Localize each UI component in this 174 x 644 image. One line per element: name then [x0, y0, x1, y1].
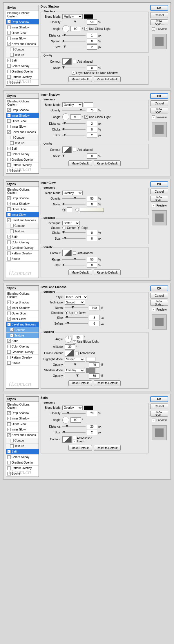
checkbox[interactable]	[7, 466, 11, 470]
checkbox[interactable]	[73, 251, 76, 255]
number-input[interactable]	[70, 417, 81, 423]
slider[interactable]	[62, 412, 86, 415]
radio-center[interactable]	[62, 226, 66, 229]
style-item-inner-glow[interactable]: ✓Inner Glow	[6, 427, 39, 433]
checkbox[interactable]: ✓	[73, 340, 76, 344]
preview-toggle[interactable]: ✓ Preview	[150, 204, 168, 207]
checkbox[interactable]: ✓	[7, 59, 11, 62]
checkbox[interactable]	[7, 75, 11, 79]
checkbox[interactable]	[7, 350, 11, 354]
number-input[interactable]	[89, 321, 99, 326]
checkbox[interactable]	[73, 148, 76, 151]
dropdown[interactable]: Inner Bevel	[65, 295, 88, 299]
number-input[interactable]	[87, 236, 97, 241]
checkbox[interactable]: ✓	[10, 328, 14, 332]
style-item-satin[interactable]: ✓Satin	[6, 146, 39, 151]
checkbox[interactable]	[10, 229, 14, 233]
checkbox[interactable]: ✓	[7, 114, 11, 117]
checkbox[interactable]	[7, 81, 11, 84]
number-input[interactable]	[89, 362, 99, 368]
make-default-button[interactable]: Make Default	[68, 160, 92, 166]
slider[interactable]	[62, 425, 86, 428]
dropdown[interactable]: Screen	[65, 357, 85, 362]
style-item-stroke[interactable]: Stroke	[6, 360, 39, 366]
blending-options[interactable]: Blending Options: Custom	[6, 99, 39, 107]
checkbox[interactable]	[7, 422, 11, 426]
make-default-button[interactable]: Make Default	[68, 445, 92, 451]
style-item-pattern-overlay[interactable]: Pattern Overlay	[6, 466, 39, 471]
color-swatch[interactable]	[84, 406, 93, 410]
dropdown[interactable]: Overlay	[62, 191, 83, 195]
checkbox[interactable]	[7, 361, 11, 365]
checkbox[interactable]	[10, 48, 14, 51]
number-input[interactable]	[87, 424, 97, 429]
number-input[interactable]	[87, 127, 97, 132]
checkbox[interactable]: ✓	[152, 204, 155, 207]
dropdown[interactable]: Overlay	[62, 102, 83, 107]
cancel-button[interactable]: Cancel	[150, 100, 168, 106]
number-input[interactable]	[87, 202, 97, 207]
style-item-stroke[interactable]: Stroke	[6, 168, 39, 173]
checkbox[interactable]	[73, 60, 76, 63]
style-item-color-overlay[interactable]: Color Overlay	[6, 240, 39, 245]
slider[interactable]	[62, 122, 86, 125]
cancel-button[interactable]: Cancel	[150, 189, 168, 194]
checkbox[interactable]: ✓	[10, 334, 14, 337]
style-item-texture[interactable]: Texture	[6, 229, 39, 234]
number-input[interactable]	[87, 196, 97, 201]
style-item-pattern-overlay[interactable]: Pattern Overlay	[6, 251, 39, 256]
reset-default-button[interactable]: Reset to Default	[94, 380, 121, 386]
checkbox[interactable]: ✓	[7, 339, 11, 343]
style-item-inner-shadow[interactable]: ✓Inner Shadow	[6, 416, 39, 422]
color-swatch[interactable]	[86, 368, 95, 373]
make-default-button[interactable]: Make Default	[68, 76, 92, 82]
checkbox[interactable]: ✓	[7, 450, 11, 453]
checkbox[interactable]: ✓	[7, 196, 11, 200]
radio-edge[interactable]	[77, 226, 80, 229]
slider[interactable]	[65, 322, 88, 325]
cancel-button[interactable]: Cancel	[150, 293, 168, 299]
new-style-button[interactable]: New Style...	[150, 19, 168, 25]
number-input[interactable]	[65, 344, 75, 350]
color-swatch[interactable]	[67, 207, 72, 212]
style-item-drop-shadow[interactable]: ✓Drop Shadow	[6, 410, 39, 416]
checkbox[interactable]: ✓	[7, 417, 11, 420]
style-item-pattern-overlay[interactable]: Pattern Overlay	[6, 74, 39, 80]
reset-default-button[interactable]: Reset to Default	[94, 76, 121, 82]
checkbox[interactable]	[7, 356, 11, 359]
checkbox[interactable]	[7, 125, 11, 128]
style-item-color-overlay[interactable]: Color Overlay	[6, 455, 39, 460]
style-item-inner-glow[interactable]: ✓Inner Glow	[6, 316, 39, 322]
checkbox[interactable]	[7, 70, 11, 73]
slider[interactable]	[62, 197, 86, 200]
checkbox[interactable]: ✓	[7, 433, 11, 437]
checkbox[interactable]	[7, 64, 11, 68]
style-item-texture[interactable]: ✓Texture	[6, 333, 39, 338]
slider[interactable]	[62, 109, 86, 112]
checkbox[interactable]: ✓	[7, 235, 11, 238]
checkbox[interactable]: ✓	[84, 27, 88, 30]
style-item-texture[interactable]: Texture	[6, 52, 39, 58]
number-input[interactable]	[87, 39, 97, 44]
checkbox[interactable]	[75, 352, 79, 355]
checkbox[interactable]	[7, 472, 11, 475]
checkbox[interactable]	[7, 207, 11, 211]
number-input[interactable]	[87, 153, 97, 159]
cancel-button[interactable]: Cancel	[150, 12, 168, 18]
checkbox[interactable]	[7, 169, 11, 172]
contour-picker[interactable]	[65, 350, 74, 357]
contour-picker[interactable]	[62, 58, 72, 65]
ok-button[interactable]: OK	[150, 93, 168, 99]
checkbox[interactable]: ✓	[152, 308, 155, 311]
style-item-contour[interactable]: Contour	[6, 47, 39, 52]
checkbox[interactable]: ✓	[7, 428, 11, 431]
checkbox[interactable]	[10, 141, 14, 145]
style-item-texture[interactable]: Texture	[6, 140, 39, 146]
slider[interactable]	[62, 66, 86, 69]
checkbox[interactable]	[7, 152, 11, 156]
slider[interactable]	[62, 34, 86, 37]
number-input[interactable]	[87, 44, 97, 50]
slider[interactable]	[62, 231, 86, 234]
checkbox[interactable]	[7, 31, 11, 35]
style-item-satin[interactable]: ✓Satin	[6, 234, 39, 240]
